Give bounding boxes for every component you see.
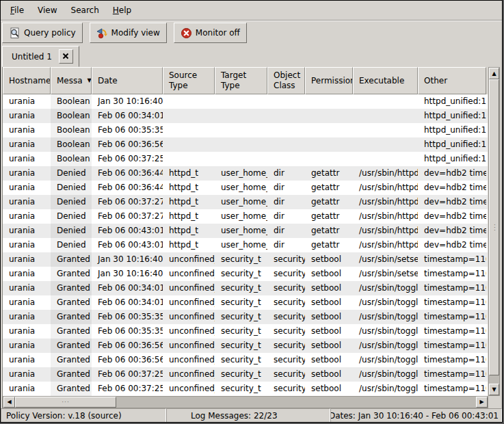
table-row[interactable]: uraniaDeniedFeb 06 00:37:27httpd_tuser_h… <box>3 195 488 209</box>
scroll-left-button[interactable]: ◀ <box>3 397 15 408</box>
table-row[interactable]: uraniaGrantedJan 30 10:16:40unconfined_s… <box>3 252 488 267</box>
table-row[interactable]: uraniaGrantedJan 30 10:16:40unconfined_s… <box>3 267 488 281</box>
vertical-scrollbar-trough[interactable] <box>489 375 499 384</box>
table-row[interactable]: uraniaBooleanFeb 06 00:35:35httpd_unifie… <box>3 123 488 137</box>
cell-date: Feb 06 00:43:01 <box>92 224 163 238</box>
cell-source-type: unconfined_ <box>163 295 215 310</box>
vertical-scrollbar-thumb[interactable]: ··· <box>489 79 499 375</box>
column-header-other[interactable]: Other <box>418 67 486 94</box>
tab-label: Untitled 1 <box>12 52 52 62</box>
menu-file[interactable]: File <box>3 3 31 18</box>
vertical-scrollbar[interactable]: ▲ ··· ▼ <box>488 67 500 396</box>
column-header-permission[interactable]: Permission <box>305 67 353 94</box>
cell-target-type: security_t <box>215 267 267 281</box>
table-row[interactable]: uraniaGrantedFeb 06 00:35:35unconfined_s… <box>3 310 488 324</box>
table-row[interactable]: uraniaBooleanJan 30 10:16:40httpd_unifie… <box>3 94 488 109</box>
cell-messa: Denied <box>51 209 92 224</box>
table-row[interactable]: uraniaGrantedFeb 06 00:37:25unconfined_s… <box>3 367 488 382</box>
monitor-off-button[interactable]: Monitor off <box>174 23 247 43</box>
cell-date: Feb 06 00:36:44 <box>92 166 163 181</box>
horizontal-scrollbar[interactable]: ◀ ··· ▶ <box>3 396 488 408</box>
query-policy-button[interactable]: Query policy <box>2 23 83 43</box>
cell-source-type: unconfined_ <box>163 339 215 353</box>
close-icon <box>62 52 69 62</box>
table-row[interactable]: uraniaDeniedFeb 06 00:43:01httpd_tuser_h… <box>3 238 488 252</box>
table-row[interactable]: uraniaGrantedFeb 06 00:34:01unconfined_s… <box>3 281 488 295</box>
cell-executable <box>353 137 418 152</box>
table-row[interactable]: uraniaGrantedFeb 06 00:34:01unconfined_s… <box>3 295 488 310</box>
cell-executable: /usr/sbin/toggle <box>353 353 418 367</box>
column-header-label: Target Type <box>221 70 264 91</box>
horizontal-scrollbar-thumb[interactable]: ··· <box>15 397 116 408</box>
cell-source-type: httpd_t <box>163 195 215 209</box>
cell-target-type: user_home_ <box>215 195 267 209</box>
column-header-source-type[interactable]: Source Type <box>163 67 215 94</box>
cell-executable: /usr/sbin/toggle <box>353 281 418 295</box>
cell-hostname: urania <box>3 281 51 295</box>
cell-executable: /usr/sbin/httpd <box>353 166 418 181</box>
cell-date: Feb 06 00:43:01 <box>92 238 163 252</box>
modify-view-icon <box>96 27 108 39</box>
cell-other: timestamp=11076 <box>418 353 486 367</box>
toolbar-button-label: Modify view <box>111 28 160 38</box>
cell-target-type: security_t <box>215 339 267 353</box>
table-row[interactable]: uraniaBooleanFeb 06 00:36:56httpd_unifie… <box>3 137 488 152</box>
table-row[interactable]: uraniaGrantedFeb 06 00:35:35unconfined_s… <box>3 324 488 339</box>
table-row[interactable]: uraniaDeniedFeb 06 00:36:44httpd_tuser_h… <box>3 166 488 181</box>
cell-permission: setbool <box>305 310 353 324</box>
scroll-down-button[interactable]: ▼ <box>489 384 499 395</box>
tab-untitled-1[interactable]: Untitled 1 <box>2 46 79 67</box>
menu-help[interactable]: Help <box>106 3 138 18</box>
table-row[interactable]: uraniaDeniedFeb 06 00:43:01httpd_tuser_h… <box>3 224 488 238</box>
column-header-date[interactable]: Date <box>92 67 163 94</box>
cell-executable: /usr/sbin/httpd <box>353 238 418 252</box>
cell-hostname: urania <box>3 123 51 137</box>
cell-hostname: urania <box>3 353 51 367</box>
column-header-hostname[interactable]: Hostname <box>3 67 51 94</box>
cell-hostname: urania <box>3 238 51 252</box>
cell-date: Jan 30 10:16:40 <box>92 252 163 267</box>
scroll-up-button[interactable]: ▲ <box>489 68 499 79</box>
cell-target-type <box>215 152 267 166</box>
table-row[interactable]: uraniaGrantedFeb 06 00:36:56unconfined_s… <box>3 339 488 353</box>
table-row[interactable]: uraniaGrantedFeb 06 00:37:25unconfined_s… <box>3 382 488 396</box>
cell-messa: Denied <box>51 195 92 209</box>
table-row[interactable]: uraniaBooleanFeb 06 00:37:25httpd_unifie… <box>3 152 488 166</box>
cell-object-class: security <box>267 367 305 382</box>
table-row[interactable]: uraniaGrantedFeb 06 00:36:56unconfined_s… <box>3 353 488 367</box>
column-header-executable[interactable]: Executable <box>353 67 418 94</box>
scroll-right-button[interactable]: ▶ <box>476 397 488 408</box>
column-header-target-type[interactable]: Target Type <box>215 67 267 94</box>
cell-source-type: unconfined_ <box>163 353 215 367</box>
table-row[interactable]: uraniaDeniedFeb 06 00:37:27httpd_tuser_h… <box>3 209 488 224</box>
tab-close-button[interactable] <box>59 49 73 64</box>
modify-view-button[interactable]: Modify view <box>90 23 167 43</box>
column-header-label: Date <box>98 76 118 86</box>
cell-date: Feb 06 00:35:35 <box>92 310 163 324</box>
menu-search[interactable]: Search <box>64 3 106 18</box>
cell-messa: Granted <box>51 339 92 353</box>
seaudit-window: FileViewSearchHelp Query policyModify vi… <box>0 0 503 423</box>
cell-other: timestamp=11076 <box>418 281 486 295</box>
horizontal-scrollbar-trough[interactable] <box>116 397 476 408</box>
column-header-object-class[interactable]: Object Class <box>267 67 305 94</box>
cell-executable: /usr/sbin/httpd <box>353 224 418 238</box>
cell-messa: Boolean <box>51 137 92 152</box>
cell-date: Feb 06 00:36:56 <box>92 137 163 152</box>
cell-source-type <box>163 123 215 137</box>
table-row[interactable]: uraniaBooleanFeb 06 00:34:01httpd_unifie… <box>3 109 488 123</box>
cell-executable: /usr/sbin/toggle <box>353 295 418 310</box>
cell-object-class: dir <box>267 195 305 209</box>
cell-messa: Granted <box>51 382 92 396</box>
cell-hostname: urania <box>3 137 51 152</box>
cell-hostname: urania <box>3 267 51 281</box>
menu-view[interactable]: View <box>31 3 64 18</box>
column-header-messa[interactable]: Messa▼ <box>51 67 92 94</box>
table-row[interactable]: uraniaDeniedFeb 06 00:36:44httpd_tuser_h… <box>3 181 488 195</box>
column-header-label: Permission <box>311 76 353 86</box>
cell-other: timestamp=11076 <box>418 339 486 353</box>
log-table: HostnameMessa▼DateSource TypeTarget Type… <box>1 67 502 408</box>
query-policy-icon <box>9 27 21 39</box>
cell-messa: Granted <box>51 310 92 324</box>
cell-permission: getattr <box>305 224 353 238</box>
